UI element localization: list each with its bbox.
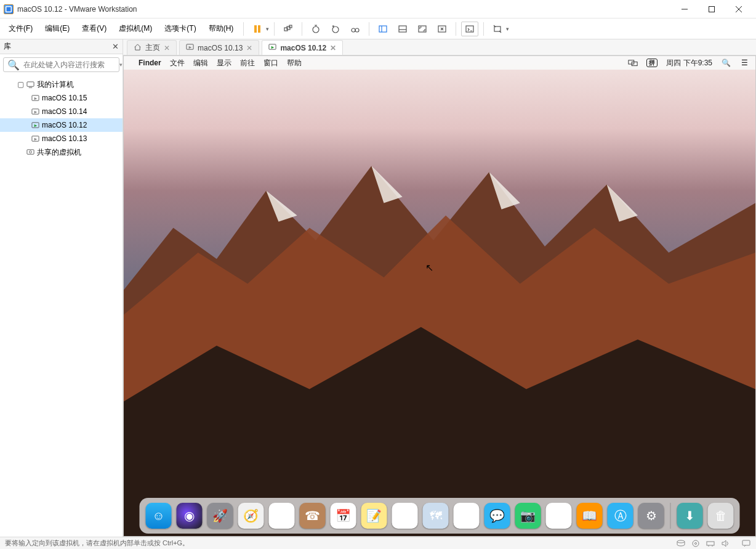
search-dropdown-icon[interactable]: ▾ xyxy=(119,62,123,68)
dock-app-mail[interactable]: ✉ xyxy=(269,503,295,529)
separator xyxy=(456,22,456,36)
layout-sidebar-button[interactable] xyxy=(374,22,392,36)
snapshot-manager-button[interactable] xyxy=(347,22,364,36)
main-area: 主页✕macOS 10.13✕macOS 10.12✕ xyxy=(123,39,756,537)
stretch-dropdown[interactable]: ▾ xyxy=(506,26,509,32)
dock-app-messages[interactable]: 💬 xyxy=(485,503,510,529)
guest-menubar: Finder 文件 编辑 显示 前往 窗口 帮助 拼 周四 下午9:35 🔍 ☰ xyxy=(124,56,755,70)
close-button[interactable] xyxy=(725,0,752,18)
dock-app-launchpad[interactable]: 🚀 xyxy=(207,503,233,529)
tab-close-button[interactable]: ✕ xyxy=(246,44,252,52)
svg-rect-35 xyxy=(632,62,638,65)
menu-help[interactable]: 帮助(H) xyxy=(204,21,239,36)
tab[interactable]: macOS 10.13✕ xyxy=(179,40,259,55)
stretch-button[interactable] xyxy=(489,22,506,36)
tab-icon xyxy=(186,43,194,53)
dock-app-facetime[interactable]: 📷 xyxy=(515,503,541,529)
tree-vm-label: macOS 10.14 xyxy=(42,107,87,116)
tab-strip: 主页✕macOS 10.13✕macOS 10.12✕ xyxy=(123,39,756,55)
search-box[interactable]: 🔍 ▾ xyxy=(3,57,119,72)
snapshot-take-button[interactable] xyxy=(307,22,324,36)
network-adapter-icon[interactable] xyxy=(706,539,715,548)
dock-app-contacts[interactable]: ☎ xyxy=(300,503,326,529)
dock-app-appstore[interactable]: Ⓐ xyxy=(608,503,633,529)
display-mirror-icon[interactable] xyxy=(628,59,638,67)
dock-app-finder[interactable]: ☺ xyxy=(146,503,172,529)
dock-app-reminders[interactable]: ☑ xyxy=(392,503,418,529)
disk-icon[interactable] xyxy=(676,539,686,548)
cursor-icon: ↖ xyxy=(425,262,433,274)
snapshot-revert-button[interactable] xyxy=(327,22,344,36)
svg-rect-39 xyxy=(707,542,714,545)
menu-edit[interactable]: 编辑(E) xyxy=(40,21,74,36)
menu-tabs[interactable]: 选项卡(T) xyxy=(159,21,201,36)
tree-vm-item[interactable]: macOS 10.14 xyxy=(0,105,123,118)
svg-rect-21 xyxy=(466,26,473,32)
fullscreen-button[interactable] xyxy=(414,22,431,36)
sidebar-close-button[interactable]: ✕ xyxy=(112,42,119,51)
maximize-button[interactable] xyxy=(698,0,725,18)
guest-display[interactable]: Finder 文件 编辑 显示 前往 窗口 帮助 拼 周四 下午9:35 🔍 ☰… xyxy=(123,55,756,537)
unity-button[interactable] xyxy=(433,22,451,36)
tree-shared-vms[interactable]: 共享的虚拟机 xyxy=(0,145,123,159)
tree-vm-item[interactable]: macOS 10.13 xyxy=(0,132,123,145)
tab-label: macOS 10.12 xyxy=(280,44,326,52)
menu-vm[interactable]: 虚拟机(M) xyxy=(114,21,157,36)
dock-app-preferences[interactable]: ⚙ xyxy=(638,503,664,529)
guest-menu-file[interactable]: 文件 xyxy=(170,58,185,68)
app-menubar: 文件(F) 编辑(E) 查看(V) 虚拟机(M) 选项卡(T) 帮助(H) ▾ … xyxy=(0,18,756,39)
dock-app-safari[interactable]: 🧭 xyxy=(238,503,264,529)
tab[interactable]: 主页✕ xyxy=(127,40,177,55)
dock-app-siri[interactable]: ◉ xyxy=(177,503,203,529)
guest-datetime[interactable]: 周四 下午9:35 xyxy=(666,58,712,68)
guest-menu-help[interactable]: 帮助 xyxy=(287,58,302,68)
guest-menu-go[interactable]: 前往 xyxy=(240,58,255,68)
dock-app-notes[interactable]: 📝 xyxy=(361,503,387,529)
pause-button[interactable] xyxy=(249,22,266,36)
svg-point-14 xyxy=(355,28,359,32)
vm-icon xyxy=(31,121,39,129)
message-log-icon[interactable] xyxy=(741,539,751,548)
dock-app-itunes[interactable]: ♪ xyxy=(546,503,572,529)
library-sidebar: 库 ✕ 🔍 ▾ ▢ 我的计算机 macOS 10.15macOS 10.14ma… xyxy=(0,39,123,537)
search-input[interactable] xyxy=(23,60,116,69)
tab-close-button[interactable]: ✕ xyxy=(164,44,170,52)
layout-thumbnail-button[interactable] xyxy=(394,22,411,36)
dock-app-ibooks[interactable]: 📖 xyxy=(577,503,603,529)
window-title: macOS 10.12 - VMware Workstation xyxy=(17,5,671,14)
pause-dropdown[interactable]: ▾ xyxy=(266,26,269,32)
snapshot-button[interactable] xyxy=(279,22,297,36)
notification-center-icon[interactable]: ☰ xyxy=(739,59,749,67)
tree-root-my-computer[interactable]: ▢ 我的计算机 xyxy=(0,78,123,91)
input-method-indicator[interactable]: 拼 xyxy=(646,59,657,67)
separator xyxy=(243,22,244,36)
tree-vm-item[interactable]: macOS 10.12 xyxy=(0,118,123,132)
expander-icon[interactable]: ▢ xyxy=(17,80,23,89)
svg-rect-17 xyxy=(399,26,406,32)
menu-file[interactable]: 文件(F) xyxy=(4,21,38,36)
guest-menu-window[interactable]: 窗口 xyxy=(263,58,278,68)
spotlight-icon[interactable]: 🔍 xyxy=(721,59,731,67)
dock-app-downloads[interactable]: ⬇ xyxy=(677,503,703,529)
dock-app-maps[interactable]: 🗺 xyxy=(423,503,449,529)
dock-app-photos[interactable]: ✿ xyxy=(454,503,480,529)
svg-point-13 xyxy=(352,28,355,32)
status-hint: 要将输入定向到该虚拟机，请在虚拟机内部单击或按 Ctrl+G。 xyxy=(5,539,189,548)
sound-icon[interactable] xyxy=(720,539,730,548)
guest-app-name[interactable]: Finder xyxy=(139,59,161,67)
svg-rect-34 xyxy=(629,60,634,64)
sidebar-header: 库 ✕ xyxy=(0,39,123,54)
tree-vm-item[interactable]: macOS 10.15 xyxy=(0,91,123,105)
desktop-wallpaper xyxy=(124,56,755,536)
dock-app-trash[interactable]: 🗑 xyxy=(708,503,734,529)
cd-icon[interactable] xyxy=(691,539,701,548)
guest-menu-edit[interactable]: 编辑 xyxy=(193,58,208,68)
tab[interactable]: macOS 10.12✕ xyxy=(262,40,343,55)
separator xyxy=(302,22,302,36)
guest-menu-view[interactable]: 显示 xyxy=(217,58,231,68)
tab-close-button[interactable]: ✕ xyxy=(330,44,336,52)
console-button[interactable] xyxy=(461,22,478,36)
menu-view[interactable]: 查看(V) xyxy=(77,21,111,36)
minimize-button[interactable] xyxy=(671,0,698,18)
dock-app-calendar[interactable]: 📅 xyxy=(331,503,356,529)
